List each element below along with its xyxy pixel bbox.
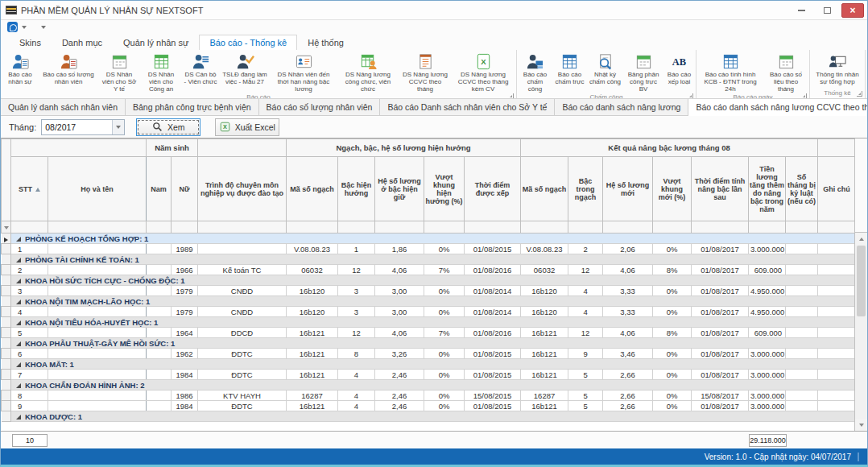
cell-bac2[interactable]: 5 <box>568 391 603 401</box>
cell-tien[interactable]: 609.000 <box>749 265 786 275</box>
scrollbar-track[interactable] <box>855 245 867 419</box>
group-expand-icon[interactable] <box>16 320 21 325</box>
cell-tien[interactable]: 4.950.000 <box>749 286 786 296</box>
col-header-bac1[interactable]: Bậc hiện hưởng <box>338 157 375 221</box>
band-ket-qua[interactable]: Kết quả nâng bậc lương tháng 08 <box>521 139 818 157</box>
col-header-name[interactable]: Họ và tên <box>48 157 147 221</box>
cell-ma2[interactable]: 16b121 <box>521 370 568 380</box>
cell-trinhdo[interactable]: KTV HAYH <box>198 391 287 401</box>
cell-hs2[interactable]: 2,66 <box>603 391 653 401</box>
cell-td1[interactable]: 01/08/2016 <box>465 265 521 275</box>
cell-vk2[interactable]: 0% <box>653 244 692 254</box>
col-header-trinhdo[interactable]: Trình độ chuyên môn nghiệp vụ được đào t… <box>198 157 287 221</box>
filter-cell[interactable] <box>653 221 692 234</box>
minimize-button[interactable] <box>790 3 812 18</box>
cell-td2[interactable]: 01/08/2017 <box>692 244 749 254</box>
ds-nang-luong-ccvc-theo-thang[interactable]: DS Nâng lương CCVC theo tháng <box>399 51 451 93</box>
col-header-td1[interactable]: Thời điểm được xếp <box>465 157 521 221</box>
cell-vk1[interactable]: 0% <box>424 349 465 359</box>
cell-trinhdo[interactable] <box>198 244 287 254</box>
cell-nam[interactable] <box>147 265 172 275</box>
cell-trinhdo[interactable]: ĐDCĐ <box>198 328 287 338</box>
cell-vk1[interactable]: 0% <box>424 244 465 254</box>
group-label[interactable]: KHOA NỘI TIM MẠCH-LÃO HỌC: 1 <box>11 296 856 307</box>
cell-td1[interactable]: 01/08/2015 <box>465 349 521 359</box>
cell-ma2[interactable]: 16b121 <box>521 401 568 411</box>
filter-cell[interactable] <box>48 221 147 234</box>
scroll-down-button[interactable] <box>855 419 867 431</box>
close-button[interactable]: × <box>841 3 864 18</box>
cell-bac1[interactable]: 12 <box>338 328 375 338</box>
col-header-ma1[interactable]: Mã số ngạch <box>287 157 338 221</box>
col-header-tien[interactable]: Tiền lương tăng thêm do nâng bậc trong n… <box>749 157 786 221</box>
filter-cell[interactable] <box>692 221 749 234</box>
cell-tien[interactable]: 3.000.000 <box>749 244 786 254</box>
group-label[interactable]: KHOA HỒI SỨC TÍCH CỰC - CHỐNG ĐỘC: 1 <box>11 275 856 286</box>
view-button[interactable]: Xem <box>136 118 200 136</box>
filter-cell[interactable] <box>375 221 424 234</box>
cell-bac1[interactable]: 8 <box>338 349 375 359</box>
cell-vk2[interactable]: 8% <box>653 328 692 338</box>
cell-tien[interactable]: 3.000.000 <box>749 370 786 380</box>
cell-ma1[interactable]: 16b120 <box>287 286 338 296</box>
ribbon-tab[interactable]: Hệ thống <box>297 35 354 50</box>
cell-stt[interactable]: 2 <box>11 265 48 275</box>
cell-hs2[interactable]: 4,06 <box>603 328 653 338</box>
ribbon-tab[interactable]: Skins <box>9 35 52 50</box>
cell-kyluat[interactable] <box>786 401 818 411</box>
vertical-scrollbar[interactable] <box>854 138 867 431</box>
ds-nang-luong-cong-chuc-vien-chuc[interactable]: DS Nâng lương công chức, viên chức <box>337 51 399 93</box>
group-row[interactable]: KHOA NỘI TIÊU HÓA-HUYẾT HỌC: 1 <box>2 317 856 328</box>
dialog-launcher-icon[interactable] <box>801 93 807 99</box>
cell-vk1[interactable]: 0% <box>424 401 465 411</box>
table-row[interactable]: 61962ĐDTC16b12183,260%01/08/201516b12193… <box>2 349 856 359</box>
cell-vk2[interactable]: 0% <box>653 391 692 401</box>
ribbon-tab[interactable]: Quản lý nhân sự <box>113 35 199 50</box>
bao-cao-cham-cong[interactable]: Báo cáo chấm công <box>518 51 552 93</box>
cell-hs2[interactable]: 3,46 <box>603 349 653 359</box>
cell-kyluat[interactable] <box>786 328 818 338</box>
group-row[interactable]: KHOA PHẪU THUẬT-GÂY MÊ HỒI SỨC: 1 <box>2 338 856 349</box>
cell-nam[interactable] <box>147 328 172 338</box>
cell-vk2[interactable]: 0% <box>653 307 692 317</box>
group-label[interactable]: PHÒNG KẾ HOẠCH TỔNG HỢP: 1 <box>11 234 856 244</box>
cell-nam[interactable] <box>147 307 172 317</box>
cell-td1[interactable]: 15/08/2015 <box>465 391 521 401</box>
dialog-launcher-icon[interactable] <box>688 93 693 99</box>
cell-ma1[interactable]: 16b121 <box>287 401 338 411</box>
cell-bac2[interactable]: 12 <box>568 328 603 338</box>
cell-ma2[interactable]: V.08.08.23 <box>521 244 568 254</box>
cell-nu[interactable]: 1979 <box>172 307 198 317</box>
cell-ghichu[interactable] <box>818 286 856 296</box>
band-hien-huong[interactable]: Ngạch, bậc, hệ số lương hiện hưởng <box>287 139 521 157</box>
group-row[interactable]: PHÒNG TÀI CHÍNH KẾ TOÁN: 1 <box>2 254 856 265</box>
table-row[interactable]: 11989V.08.08.2311,860%01/08/2015V.08.08.… <box>2 244 856 254</box>
cell-hs2[interactable]: 4,06 <box>603 265 653 275</box>
col-header-ghichu[interactable]: Ghi chú <box>818 157 856 221</box>
scrollbar-thumb[interactable] <box>857 246 866 316</box>
cell-ma1[interactable]: 16b121 <box>287 328 338 338</box>
filter-cell[interactable] <box>749 221 786 234</box>
bang-phan-cong-truc-bv[interactable]: Bảng phân công trực BV <box>623 51 663 93</box>
app-menu-caret-icon[interactable] <box>22 26 27 29</box>
cell-ghichu[interactable] <box>818 401 856 411</box>
filter-cell[interactable] <box>338 221 375 234</box>
cell-hs2[interactable]: 2,66 <box>603 401 653 411</box>
cell-vk1[interactable]: 0% <box>424 307 465 317</box>
ds-nhan-vien-cho-cong-an[interactable]: DS Nhân viên cho Công an <box>140 51 182 93</box>
cell-kyluat[interactable] <box>786 349 818 359</box>
table-row[interactable]: 21966Kế toán TC06032124,067%01/08/201606… <box>2 265 856 275</box>
doc-tab[interactable]: Bảng phân công trực bệnh viện <box>126 99 259 115</box>
col-header-vk1[interactable]: Vượt khung hiện hưởng (%) <box>424 157 465 221</box>
group-row[interactable]: KHOA CHẨN ĐOÁN HÌNH ẢNH: 2 <box>2 380 856 391</box>
cell-hs1[interactable]: 2,46 <box>375 391 424 401</box>
filter-cell[interactable] <box>786 221 818 234</box>
group-expand-icon[interactable] <box>16 383 21 388</box>
cell-bac1[interactable]: 12 <box>338 265 375 275</box>
table-row[interactable]: 41979CNĐD16b12033,000%01/08/201416b12043… <box>2 307 856 317</box>
cell-name[interactable] <box>48 307 147 317</box>
cell-hs2[interactable]: 2,66 <box>603 370 653 380</box>
cell-td1[interactable]: 01/08/2015 <box>465 244 521 254</box>
cell-kyluat[interactable] <box>786 391 818 401</box>
doc-tab[interactable]: Báo cáo Danh sách nhân viên cho Sở Y tế <box>380 99 555 115</box>
